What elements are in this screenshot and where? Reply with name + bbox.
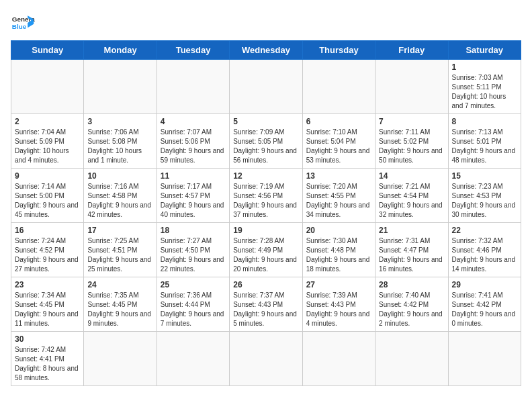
calendar-cell — [84, 60, 157, 114]
calendar-cell: 8Sunrise: 7:13 AM Sunset: 5:01 PM Daylig… — [448, 114, 521, 169]
svg-text:Blue: Blue — [12, 23, 27, 30]
day-info: Sunrise: 7:16 AM Sunset: 4:58 PM Dayligh… — [87, 182, 152, 220]
day-info: Sunrise: 7:19 AM Sunset: 4:56 PM Dayligh… — [233, 182, 298, 220]
day-number: 12 — [233, 171, 298, 181]
calendar-cell: 5Sunrise: 7:09 AM Sunset: 5:05 PM Daylig… — [230, 114, 302, 169]
weekday-header-friday: Friday — [375, 41, 448, 60]
day-number: 29 — [452, 280, 517, 289]
day-info: Sunrise: 7:07 AM Sunset: 5:06 PM Dayligh… — [161, 128, 226, 165]
weekday-header-tuesday: Tuesday — [157, 41, 229, 60]
day-info: Sunrise: 7:30 AM Sunset: 4:48 PM Dayligh… — [306, 236, 371, 274]
calendar-cell — [302, 332, 375, 386]
day-info: Sunrise: 7:24 AM Sunset: 4:52 PM Dayligh… — [15, 236, 80, 274]
day-info: Sunrise: 7:28 AM Sunset: 4:49 PM Dayligh… — [233, 236, 298, 274]
calendar-cell: 13Sunrise: 7:20 AM Sunset: 4:55 PM Dayli… — [302, 169, 375, 223]
day-info: Sunrise: 7:06 AM Sunset: 5:08 PM Dayligh… — [87, 128, 152, 165]
calendar-cell: 6Sunrise: 7:10 AM Sunset: 5:04 PM Daylig… — [302, 114, 375, 169]
day-number: 17 — [87, 226, 152, 235]
generalblue-logo-icon: General Blue — [11, 11, 35, 35]
weekday-header-sunday: Sunday — [11, 41, 84, 60]
calendar-cell: 7Sunrise: 7:11 AM Sunset: 5:02 PM Daylig… — [375, 114, 448, 169]
day-number: 3 — [87, 117, 152, 126]
calendar-cell — [375, 60, 448, 114]
day-number: 5 — [233, 117, 298, 126]
calendar-cell: 28Sunrise: 7:40 AM Sunset: 4:42 PM Dayli… — [375, 277, 448, 332]
calendar-cell: 21Sunrise: 7:31 AM Sunset: 4:47 PM Dayli… — [375, 223, 448, 277]
calendar-cell: 29Sunrise: 7:41 AM Sunset: 4:42 PM Dayli… — [448, 277, 521, 332]
day-info: Sunrise: 7:20 AM Sunset: 4:55 PM Dayligh… — [306, 182, 371, 220]
calendar-cell: 26Sunrise: 7:37 AM Sunset: 4:43 PM Dayli… — [230, 277, 302, 332]
calendar-cell: 17Sunrise: 7:25 AM Sunset: 4:51 PM Dayli… — [84, 223, 157, 277]
day-number: 24 — [87, 280, 152, 289]
day-info: Sunrise: 7:35 AM Sunset: 4:45 PM Dayligh… — [87, 291, 152, 328]
page-header: General Blue — [11, 11, 521, 35]
day-number: 15 — [452, 171, 517, 181]
calendar-cell: 24Sunrise: 7:35 AM Sunset: 4:45 PM Dayli… — [84, 277, 157, 332]
day-info: Sunrise: 7:27 AM Sunset: 4:50 PM Dayligh… — [161, 236, 226, 274]
day-info: Sunrise: 7:21 AM Sunset: 4:54 PM Dayligh… — [379, 182, 444, 220]
day-number: 11 — [161, 171, 226, 181]
calendar-cell — [157, 60, 229, 114]
day-number: 4 — [161, 117, 226, 126]
day-info: Sunrise: 7:32 AM Sunset: 4:46 PM Dayligh… — [452, 236, 517, 274]
day-info: Sunrise: 7:14 AM Sunset: 5:00 PM Dayligh… — [15, 182, 80, 220]
day-info: Sunrise: 7:17 AM Sunset: 4:57 PM Dayligh… — [161, 182, 226, 220]
day-number: 21 — [379, 226, 444, 235]
weekday-header-thursday: Thursday — [302, 41, 375, 60]
calendar-cell: 2Sunrise: 7:04 AM Sunset: 5:09 PM Daylig… — [11, 114, 84, 169]
calendar-cell — [302, 60, 375, 114]
calendar-cell — [230, 332, 302, 386]
calendar-cell: 22Sunrise: 7:32 AM Sunset: 4:46 PM Dayli… — [448, 223, 521, 277]
day-info: Sunrise: 7:34 AM Sunset: 4:45 PM Dayligh… — [15, 291, 80, 328]
day-info: Sunrise: 7:03 AM Sunset: 5:11 PM Dayligh… — [452, 73, 517, 111]
calendar-cell: 9Sunrise: 7:14 AM Sunset: 5:00 PM Daylig… — [11, 169, 84, 223]
day-info: Sunrise: 7:37 AM Sunset: 4:43 PM Dayligh… — [233, 291, 298, 328]
calendar-cell: 4Sunrise: 7:07 AM Sunset: 5:06 PM Daylig… — [157, 114, 229, 169]
day-info: Sunrise: 7:39 AM Sunset: 4:43 PM Dayligh… — [306, 291, 371, 328]
day-number: 1 — [452, 62, 517, 72]
weekday-header-wednesday: Wednesday — [230, 41, 302, 60]
day-number: 25 — [161, 280, 226, 289]
day-number: 13 — [306, 171, 371, 181]
calendar-cell: 20Sunrise: 7:30 AM Sunset: 4:48 PM Dayli… — [302, 223, 375, 277]
day-info: Sunrise: 7:11 AM Sunset: 5:02 PM Dayligh… — [379, 128, 444, 165]
day-info: Sunrise: 7:42 AM Sunset: 4:41 PM Dayligh… — [15, 345, 80, 383]
day-info: Sunrise: 7:13 AM Sunset: 5:01 PM Dayligh… — [452, 128, 517, 165]
calendar-cell — [84, 332, 157, 386]
calendar-cell: 23Sunrise: 7:34 AM Sunset: 4:45 PM Dayli… — [11, 277, 84, 332]
calendar-cell: 12Sunrise: 7:19 AM Sunset: 4:56 PM Dayli… — [230, 169, 302, 223]
calendar-cell — [157, 332, 229, 386]
day-number: 26 — [233, 280, 298, 289]
day-info: Sunrise: 7:23 AM Sunset: 4:53 PM Dayligh… — [452, 182, 517, 220]
day-number: 18 — [161, 226, 226, 235]
calendar-cell: 1Sunrise: 7:03 AM Sunset: 5:11 PM Daylig… — [448, 60, 521, 114]
day-info: Sunrise: 7:31 AM Sunset: 4:47 PM Dayligh… — [379, 236, 444, 274]
day-info: Sunrise: 7:25 AM Sunset: 4:51 PM Dayligh… — [87, 236, 152, 274]
calendar-cell — [375, 332, 448, 386]
day-number: 27 — [306, 280, 371, 289]
day-number: 8 — [452, 117, 517, 126]
logo: General Blue — [11, 11, 35, 35]
day-info: Sunrise: 7:09 AM Sunset: 5:05 PM Dayligh… — [233, 128, 298, 165]
day-number: 28 — [379, 280, 444, 289]
calendar-table: SundayMondayTuesdayWednesdayThursdayFrid… — [11, 40, 521, 386]
calendar-cell: 3Sunrise: 7:06 AM Sunset: 5:08 PM Daylig… — [84, 114, 157, 169]
weekday-header-monday: Monday — [84, 41, 157, 60]
day-number: 30 — [15, 334, 80, 344]
day-info: Sunrise: 7:41 AM Sunset: 4:42 PM Dayligh… — [452, 291, 517, 328]
day-number: 22 — [452, 226, 517, 235]
calendar-cell: 10Sunrise: 7:16 AM Sunset: 4:58 PM Dayli… — [84, 169, 157, 223]
calendar-cell — [230, 60, 302, 114]
day-number: 2 — [15, 117, 80, 126]
calendar-cell: 25Sunrise: 7:36 AM Sunset: 4:44 PM Dayli… — [157, 277, 229, 332]
calendar-cell: 27Sunrise: 7:39 AM Sunset: 4:43 PM Dayli… — [302, 277, 375, 332]
day-number: 19 — [233, 226, 298, 235]
day-info: Sunrise: 7:40 AM Sunset: 4:42 PM Dayligh… — [379, 291, 444, 328]
day-number: 6 — [306, 117, 371, 126]
calendar-cell: 16Sunrise: 7:24 AM Sunset: 4:52 PM Dayli… — [11, 223, 84, 277]
day-number: 20 — [306, 226, 371, 235]
day-info: Sunrise: 7:10 AM Sunset: 5:04 PM Dayligh… — [306, 128, 371, 165]
day-number: 23 — [15, 280, 80, 289]
calendar-cell: 11Sunrise: 7:17 AM Sunset: 4:57 PM Dayli… — [157, 169, 229, 223]
calendar-cell: 18Sunrise: 7:27 AM Sunset: 4:50 PM Dayli… — [157, 223, 229, 277]
